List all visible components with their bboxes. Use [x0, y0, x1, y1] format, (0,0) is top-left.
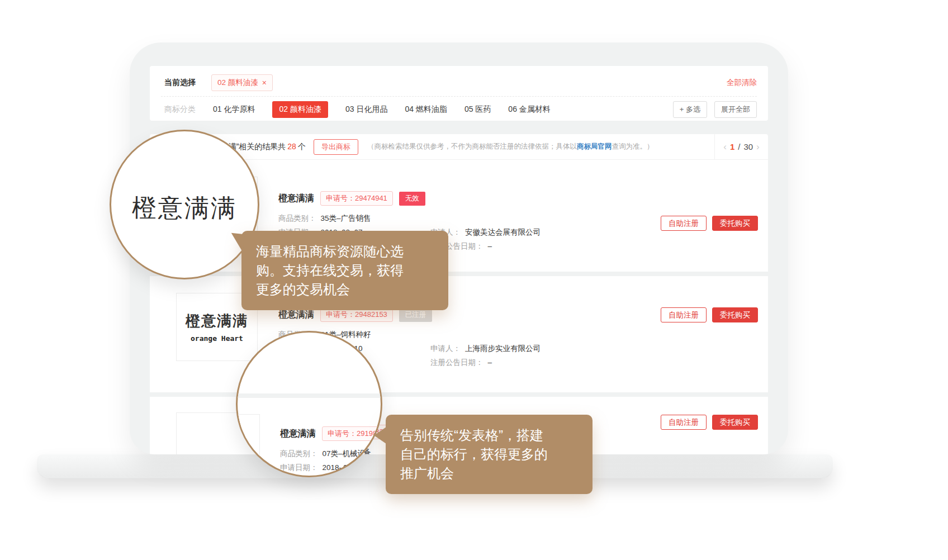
category-value: 35类–广告销售 [321, 214, 371, 222]
magnified-title-line: 橙意满满 申请号：29198321 [280, 426, 382, 441]
disclaimer-prefix: （商标检索结果仅供参考，不作为商标能否注册的法律依据；具体以 [367, 143, 577, 150]
reg-date-pair: 注册公告日期：– [430, 358, 492, 368]
disclaimer-text: （商标检索结果仅供参考，不作为商标能否注册的法律依据；具体以商标局官网查询为准。… [367, 142, 654, 151]
application-number-tag: 申请号：29474941 [320, 191, 393, 206]
magnifier-circle-1: 橙意满满 [110, 130, 259, 279]
app-no-label: 申请号： [326, 310, 355, 319]
tooltip-line: 推广机会 [400, 464, 578, 483]
prev-page-icon[interactable]: ‹ [723, 141, 727, 153]
category-item-03[interactable]: 03 日化用品 [345, 105, 387, 115]
magnified-category-line: 商品类别：07类–机械设备 [280, 449, 373, 459]
results-header: 为您检索到“橙意满满”相关的结果共28个 导出商标 （商标检索结果仅供参考，不作… [150, 134, 768, 160]
entrust-buy-button[interactable]: 委托购买 [712, 415, 758, 430]
trademark-image-subtext: orange Heart [191, 334, 243, 343]
category-label: 商品类别： [278, 214, 316, 222]
row-2-actions: 自助注册 委托购买 [661, 307, 758, 322]
pagination: ‹ 1 / 30 › [714, 134, 768, 159]
tooltip-line: 更多的交易机会 [256, 280, 434, 299]
reg-date-value: – [488, 358, 492, 367]
entrust-buy-button[interactable]: 委托购买 [712, 216, 758, 231]
category-label: 商品类别： [280, 449, 318, 458]
self-register-button[interactable]: 自助注册 [661, 415, 707, 430]
app-no-label: 申请号： [326, 194, 355, 202]
category-item-01[interactable]: 01 化学原料 [213, 105, 255, 115]
current-selection-label: 当前选择 [164, 78, 196, 88]
tooltip-tail [374, 427, 386, 444]
magnified-trademark-text: 橙意满满 [111, 192, 258, 225]
entrust-buy-button[interactable]: 委托购买 [712, 307, 758, 322]
tooltip-line: 购。支持在线交易，获得 [256, 261, 434, 280]
trademark-name[interactable]: 橙意满满 [278, 193, 314, 205]
current-selection-row: 当前选择 02 颜料油漆 × 全部清除 [164, 73, 757, 93]
trademark-image-text: 橙意满满 [190, 452, 244, 455]
self-register-button[interactable]: 自助注册 [661, 307, 707, 322]
dashed-divider [161, 96, 757, 97]
selected-filter-tag-label: 02 颜料油漆 [217, 78, 258, 88]
page-separator: / [738, 142, 740, 151]
row-1-category-line: 商品类别：35类–广告销售 [278, 213, 371, 224]
reg-date-label: 注册公告日期： [430, 358, 484, 367]
category-row: 商标分类 01 化学原料 02 颜料油漆 03 日化用品 04 燃料油脂 05 … [164, 99, 757, 120]
trademark-image-text: 橙意满满 [186, 311, 248, 331]
category-item-02-selected[interactable]: 02 颜料油漆 [272, 101, 328, 118]
promo-tooltip-2: 告别传统“发表格”，搭建 自己的标行，获得更多的 推广机会 [386, 415, 592, 494]
category-row-label: 商标分类 [164, 105, 196, 115]
clear-all-link[interactable]: 全部清除 [727, 78, 757, 88]
applicant-label: 申请人： [430, 344, 461, 353]
summary-suffix: 个 [298, 142, 306, 151]
disclaimer-suffix: 查询为准。） [612, 143, 653, 150]
status-badge-invalid: 无效 [399, 192, 425, 206]
tooltip-line: 自己的标行，获得更多的 [400, 445, 578, 464]
result-count: 28 [287, 142, 296, 151]
tooltip-tail [229, 233, 244, 252]
reg-date-value: – [488, 242, 492, 250]
app-no-value: 29474941 [355, 194, 387, 202]
applicant-value: 安徽美达会展有限公司 [465, 228, 541, 236]
trademark-name[interactable]: 橙意满满 [278, 309, 314, 321]
app-no-label: 申请号： [328, 429, 357, 438]
page-canvas: 当前选择 02 颜料油漆 × 全部清除 商标分类 01 化学原料 02 颜料油漆… [0, 0, 948, 560]
trademark-office-link[interactable]: 商标局官网 [577, 143, 612, 150]
app-no-value: 29482153 [355, 310, 387, 319]
trademark-name: 橙意满满 [280, 428, 316, 440]
applicant-value: 上海雨步实业有限公司 [465, 344, 541, 353]
remove-tag-icon[interactable]: × [262, 79, 267, 87]
tooltip-line: 告别传统“发表格”，搭建 [400, 426, 578, 445]
applicant-pair: 申请人：上海雨步实业有限公司 [430, 344, 541, 354]
current-page: 1 [730, 142, 734, 151]
total-pages: 30 [743, 142, 753, 151]
category-item-04[interactable]: 04 燃料油脂 [405, 105, 447, 115]
application-number-tag: 申请号：29198321 [322, 426, 382, 441]
apply-date-label: 申请日期： [280, 463, 318, 472]
row-1-title-line: 橙意满满 申请号：29474941 无效 [278, 191, 425, 206]
category-item-06[interactable]: 06 金属材料 [508, 105, 550, 115]
filter-card: 当前选择 02 颜料油漆 × 全部清除 商标分类 01 化学原料 02 颜料油漆… [150, 66, 768, 121]
export-trademark-button[interactable]: 导出商标 [314, 139, 358, 155]
row-3-actions: 自助注册 委托购买 [661, 415, 758, 430]
category-item-05[interactable]: 05 医药 [464, 105, 491, 115]
row-1-actions: 自助注册 委托购买 [661, 216, 758, 231]
selected-filter-tag[interactable]: 02 颜料油漆 × [211, 74, 273, 91]
tooltip-line: 海量精品商标资源随心选 [256, 242, 434, 261]
multi-select-button[interactable]: + 多选 [673, 101, 707, 118]
expand-all-button[interactable]: 展开全部 [714, 101, 757, 118]
self-register-button[interactable]: 自助注册 [661, 216, 707, 231]
magnifier-circle-2: 橙意满满 申请号：29198321 商品类别：07类–机械设备 申请日期：201… [236, 331, 382, 477]
promo-tooltip-1: 海量精品商标资源随心选 购。支持在线交易，获得 更多的交易机会 [241, 231, 448, 310]
magnified-row-divider [238, 393, 381, 398]
next-page-icon[interactable]: › [756, 141, 760, 153]
